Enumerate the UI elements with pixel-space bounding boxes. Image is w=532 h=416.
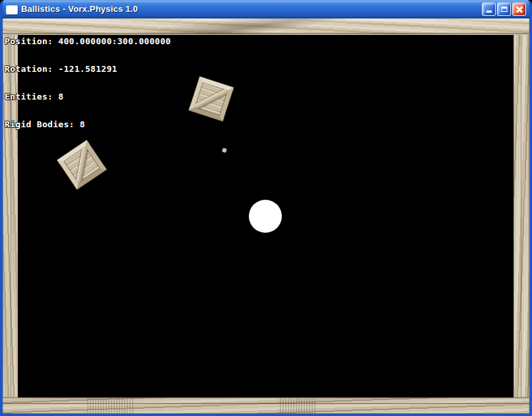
app-window: Ballistics - Vorx.Physics 1.0 Position: … [0, 0, 532, 416]
crate [189, 76, 234, 121]
debug-line-entities: Entities: 8 [5, 92, 171, 102]
debug-line-position: Position: 400.000000:300.000000 [5, 37, 171, 46]
close-button[interactable] [512, 3, 526, 16]
application-icon[interactable] [6, 5, 18, 15]
wood-frame-bottom [3, 397, 529, 413]
minimize-icon [486, 11, 492, 13]
debris [222, 148, 227, 153]
window-title: Ballistics - Vorx.Physics 1.0 [21, 4, 138, 14]
crate-diagonal-brace [192, 88, 230, 110]
debug-overlay: Position: 400.000000:300.000000 Rotation… [5, 18, 171, 148]
ball [249, 200, 282, 233]
game-viewport: Position: 400.000000:300.000000 Rotation… [3, 18, 529, 413]
titlebar[interactable]: Ballistics - Vorx.Physics 1.0 [0, 0, 532, 18]
window-controls [482, 3, 526, 16]
wood-frame-right [514, 18, 529, 413]
minimize-button[interactable] [482, 3, 496, 16]
crate-diagonal-brace [75, 145, 88, 185]
maximize-button[interactable] [497, 3, 511, 16]
debug-line-rigid-bodies: Rigid Bodies: 8 [5, 120, 171, 129]
maximize-icon [501, 7, 507, 12]
debug-line-rotation: Rotation: -121.581291 [5, 65, 171, 74]
